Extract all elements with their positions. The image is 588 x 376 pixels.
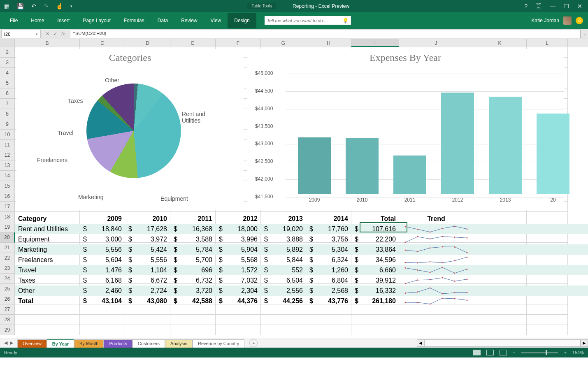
table-cell[interactable]: $6,804	[306, 277, 351, 284]
table-cell[interactable]: $5,604	[80, 256, 125, 264]
table-cell[interactable]: $5,556	[125, 256, 170, 264]
ribbon-tab-design[interactable]: Design	[228, 13, 256, 28]
minimize-icon[interactable]: —	[550, 3, 555, 9]
table-cell[interactable]: $43,080	[125, 297, 170, 305]
table-cell[interactable]: $3,000	[80, 236, 125, 243]
row-header-9[interactable]: 9	[0, 119, 15, 130]
row-header-19[interactable]: 19	[0, 222, 15, 232]
table-cell-category[interactable]: Other	[15, 287, 80, 295]
table-cell[interactable]: $18,000	[216, 225, 261, 233]
row-header-27[interactable]: 27	[0, 304, 15, 315]
row-header-11[interactable]: 11	[0, 140, 15, 150]
user-avatar[interactable]	[563, 16, 572, 25]
table-cell-category[interactable]: Category	[15, 215, 80, 223]
row-header-5[interactable]: 5	[0, 78, 15, 88]
pie-chart[interactable]: Categories Rent andUtilities Equipment M…	[16, 49, 244, 210]
hscroll-left-icon[interactable]: ◀	[417, 339, 424, 347]
sheet-tab-customers[interactable]: Customers	[132, 339, 165, 348]
view-normal-icon[interactable]	[473, 350, 481, 355]
table-cell[interactable]: 2012	[216, 215, 261, 223]
table-cell[interactable]: $5,892	[261, 246, 306, 253]
cell-K29[interactable]	[473, 325, 527, 335]
table-cell[interactable]: $6,168	[80, 277, 125, 284]
row-header-3[interactable]: 3	[0, 58, 15, 68]
ribbon-tab-view[interactable]: View	[204, 13, 228, 28]
cell-I29[interactable]	[351, 325, 399, 335]
column-header-G[interactable]: G	[261, 39, 306, 47]
fx-icon[interactable]: fx	[61, 31, 65, 37]
table-row[interactable]: Taxes$6,168$6,672$6,732$7,032$6,504$6,80…	[15, 275, 588, 285]
sheet-tab-overview[interactable]: Overview	[17, 339, 47, 348]
row-header-21[interactable]: 21	[0, 243, 15, 253]
table-cell[interactable]: $2,460	[80, 287, 125, 295]
name-box[interactable]: I20 ▾	[1, 30, 41, 38]
cell-D29[interactable]	[125, 325, 170, 335]
zoom-in-icon[interactable]: +	[564, 350, 566, 355]
table-cell[interactable]: $3,720	[170, 287, 216, 295]
row-header-7[interactable]: 7	[0, 99, 15, 109]
ribbon-tab-formulas[interactable]: Formulas	[117, 13, 151, 28]
table-cell-total[interactable]: $6,660	[351, 267, 399, 274]
table-cell-category[interactable]: Equipment	[15, 236, 80, 243]
table-cell[interactable]: $3,588	[170, 236, 216, 243]
sheet-nav-next-icon[interactable]: ▶	[10, 340, 13, 346]
row-header-25[interactable]: 25	[0, 284, 15, 294]
ribbon-tab-home[interactable]: Home	[24, 13, 51, 28]
table-cell[interactable]: $1,104	[125, 267, 170, 274]
zoom-out-icon[interactable]: −	[513, 350, 515, 355]
ribbon-tab-review[interactable]: Review	[174, 13, 204, 28]
column-header-E[interactable]: E	[170, 39, 216, 47]
cell-L29[interactable]	[527, 325, 568, 335]
cell-H28[interactable]	[306, 315, 351, 325]
column-header-B[interactable]: B	[15, 39, 80, 47]
row-header-29[interactable]: 29	[0, 325, 15, 335]
ribbon-tab-insert[interactable]: Insert	[51, 13, 76, 28]
table-cell-category[interactable]: Taxes	[15, 277, 80, 284]
table-cell[interactable]: $17,760	[306, 225, 351, 233]
table-row[interactable]: Travel$1,476$1,104$696$1,572$552$1,260$6…	[15, 265, 588, 275]
select-all-corner[interactable]	[0, 39, 15, 47]
row-header-8[interactable]: 8	[0, 109, 15, 119]
sheet-tab-by-year[interactable]: By Year	[47, 339, 74, 348]
row-header-14[interactable]: 14	[0, 171, 15, 181]
table-cell[interactable]: 2013	[261, 215, 306, 223]
row-header-4[interactable]: 4	[0, 68, 15, 78]
view-page-break-icon[interactable]	[500, 350, 507, 355]
redo-icon[interactable]: ↷	[44, 3, 49, 9]
table-cell-total[interactable]: $16,332	[351, 287, 399, 295]
column-header-C[interactable]: C	[80, 39, 125, 47]
cell-J28[interactable]	[399, 315, 473, 325]
table-cell[interactable]: $2,568	[306, 287, 351, 295]
table-cell[interactable]: $42,588	[170, 297, 216, 305]
table-cell[interactable]: $1,260	[306, 267, 351, 274]
table-cell-total[interactable]: $261,180	[351, 297, 399, 305]
hscroll-track[interactable]	[424, 339, 581, 347]
table-cell-total[interactable]: $39,912	[351, 277, 399, 284]
cell-L28[interactable]	[527, 315, 568, 325]
cell-K28[interactable]	[473, 315, 527, 325]
table-cell-total[interactable]: $22,200	[351, 236, 399, 243]
table-cell[interactable]: $5,844	[261, 256, 306, 264]
table-cell-total[interactable]: $33,864	[351, 246, 399, 253]
table-cell[interactable]: $5,700	[170, 256, 216, 264]
table-cell[interactable]: $3,888	[261, 236, 306, 243]
sheet-tab-revenue-by-country[interactable]: Revenue by Country	[193, 339, 244, 348]
table-row[interactable]: Other$2,460$2,724$3,720$2,304$2,556$2,56…	[15, 285, 588, 296]
table-cell[interactable]: $43,104	[80, 297, 125, 305]
row-header-17[interactable]: 17	[0, 202, 15, 212]
cell-G29[interactable]	[261, 325, 306, 335]
table-cell[interactable]: $5,904	[216, 246, 261, 253]
ribbon-tab-file[interactable]: File	[3, 13, 24, 28]
accept-formula-icon[interactable]: ✓	[53, 31, 57, 37]
hscroll-right-icon[interactable]: ▶	[581, 339, 588, 347]
feedback-smiley-icon[interactable]: ☺	[576, 17, 583, 24]
row-header-24[interactable]: 24	[0, 274, 15, 284]
table-cell[interactable]: $2,556	[261, 287, 306, 295]
table-cell[interactable]: $2,724	[125, 287, 170, 295]
table-row[interactable]: Equipment$3,000$3,972$3,588$3,996$3,888$…	[15, 234, 588, 244]
new-sheet-button[interactable]: +	[249, 339, 258, 347]
table-header-row[interactable]: Category200920102011201220132014TotalTre…	[15, 214, 588, 224]
expand-formula-bar-icon[interactable]: ⌄	[581, 30, 588, 38]
table-cell[interactable]: $5,568	[216, 256, 261, 264]
table-cell[interactable]: 2011	[170, 215, 216, 223]
